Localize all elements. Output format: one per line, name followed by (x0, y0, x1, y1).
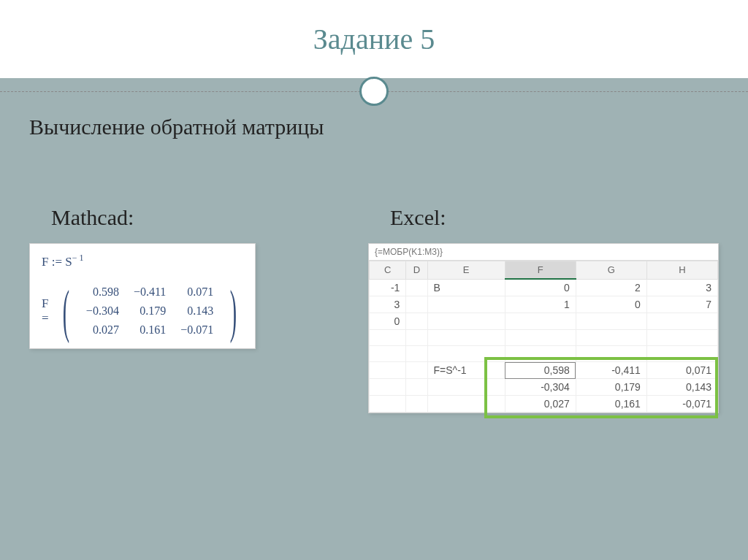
cell[interactable] (370, 396, 406, 413)
slide-title: Задание 5 (0, 22, 748, 56)
col-header[interactable]: C (370, 261, 406, 280)
col-header-active[interactable]: F (505, 261, 576, 280)
mc-cell: 0.179 (126, 302, 173, 321)
cell[interactable] (646, 330, 717, 346)
cell[interactable]: -1 (370, 279, 406, 296)
table-row (370, 330, 718, 346)
mc-cell: 0.027 (79, 321, 126, 340)
table-row (370, 346, 718, 362)
cell[interactable]: -0,411 (576, 362, 646, 379)
cell[interactable] (406, 296, 427, 313)
right-paren-icon: ) (230, 289, 237, 333)
cell[interactable]: 0 (576, 296, 646, 313)
cell[interactable] (646, 346, 717, 362)
cell[interactable]: 1 (505, 296, 576, 313)
cell[interactable]: 0 (370, 313, 406, 330)
header: Задание 5 (0, 0, 748, 78)
cell[interactable] (370, 346, 406, 362)
cell[interactable]: 0,143 (646, 379, 717, 396)
cell[interactable] (505, 346, 576, 362)
mc-cell: 0.071 (173, 283, 221, 302)
cell[interactable] (406, 379, 427, 396)
cell[interactable]: -0,304 (505, 379, 576, 396)
cell[interactable] (576, 330, 646, 346)
cell[interactable]: 0,071 (646, 362, 717, 379)
cell[interactable]: 0,161 (576, 396, 646, 413)
cell[interactable]: -0,071 (646, 396, 717, 413)
table-row: 0,027 0,161 -0,071 (370, 396, 718, 413)
slide: Задание 5 Вычисление обратной матрицы Ma… (0, 0, 748, 560)
col-header[interactable]: H (646, 261, 717, 280)
cell[interactable] (576, 313, 646, 330)
cell[interactable] (406, 396, 427, 413)
cell[interactable] (576, 346, 646, 362)
mathcad-assign-text: F := S (42, 255, 72, 269)
mathcad-matrix-eq: F = ( 0.598 −0.411 0.071 −0.304 (42, 283, 243, 340)
columns: Mathcad: F := S− 1 F = ( 0.598 −0.411 (29, 205, 719, 413)
cell[interactable] (505, 313, 576, 330)
cell[interactable] (427, 396, 505, 413)
cell[interactable] (646, 313, 717, 330)
body: Вычисление обратной матрицы Mathcad: F :… (0, 78, 748, 560)
cell[interactable]: 0,598 (505, 362, 576, 379)
cell[interactable] (427, 313, 505, 330)
result-label[interactable]: F=S^-1 (427, 362, 505, 379)
cell[interactable] (427, 379, 505, 396)
cell[interactable]: 3 (646, 279, 717, 296)
mathcad-matrix: 0.598 −0.411 0.071 −0.304 0.179 0.143 (79, 283, 221, 340)
cell[interactable] (406, 330, 427, 346)
table-row: 3 1 0 7 (370, 296, 718, 313)
cell[interactable]: 0 (505, 279, 576, 296)
col-header[interactable]: D (406, 261, 427, 280)
table-row: -0,304 0,179 0,143 (370, 379, 718, 396)
cell[interactable] (370, 330, 406, 346)
excel-grid: C D E F G H -1 B 0 2 (369, 261, 718, 413)
cell[interactable] (370, 379, 406, 396)
cell[interactable] (427, 330, 505, 346)
formula-bar[interactable]: {=МОБР(K1:M3)} (369, 244, 718, 261)
cell[interactable]: 0,179 (576, 379, 646, 396)
mathcad-column: Mathcad: F := S− 1 F = ( 0.598 −0.411 (29, 205, 339, 413)
mathcad-assign-sup: − 1 (72, 253, 84, 263)
cell[interactable] (406, 362, 427, 379)
subtitle: Вычисление обратной матрицы (29, 115, 719, 139)
divider-circle-icon (359, 77, 389, 106)
table-row: -1 B 0 2 3 (370, 279, 718, 296)
mc-cell: −0.071 (173, 321, 221, 340)
mc-cell: −0.411 (126, 283, 173, 302)
excel-column: Excel: {=МОБР(K1:M3)} C D E F G H (368, 205, 719, 413)
col-header[interactable]: G (576, 261, 646, 280)
cell[interactable] (505, 330, 576, 346)
mc-cell: −0.304 (79, 302, 126, 321)
excel-label: Excel: (368, 205, 719, 230)
cell[interactable]: 7 (646, 296, 717, 313)
cell[interactable]: 3 (370, 296, 406, 313)
mc-cell: 0.598 (79, 283, 126, 302)
mathcad-eq-lhs: F = (42, 296, 53, 326)
table-row: 0 (370, 313, 718, 330)
cell[interactable] (406, 279, 427, 296)
cell[interactable]: B (427, 279, 505, 296)
table-row: F=S^-1 0,598 -0,411 0,071 (370, 362, 718, 379)
left-paren-icon: ( (63, 289, 69, 333)
cell[interactable] (406, 313, 427, 330)
cell[interactable] (370, 362, 406, 379)
cell[interactable]: 2 (576, 279, 646, 296)
mathcad-card: F := S− 1 F = ( 0.598 −0.411 0.071 (29, 243, 256, 349)
col-header[interactable]: E (427, 261, 505, 280)
mc-cell: 0.161 (126, 321, 173, 340)
excel-card: {=МОБР(K1:M3)} C D E F G H -1 (368, 243, 719, 413)
mathcad-assign: F := S− 1 (42, 253, 243, 269)
cell[interactable]: 0,027 (505, 396, 576, 413)
cell[interactable] (427, 346, 505, 362)
mc-cell: 0.143 (173, 302, 221, 321)
cell[interactable] (427, 296, 505, 313)
mathcad-label: Mathcad: (29, 205, 339, 230)
cell[interactable] (406, 346, 427, 362)
col-headers: C D E F G H (370, 261, 718, 280)
